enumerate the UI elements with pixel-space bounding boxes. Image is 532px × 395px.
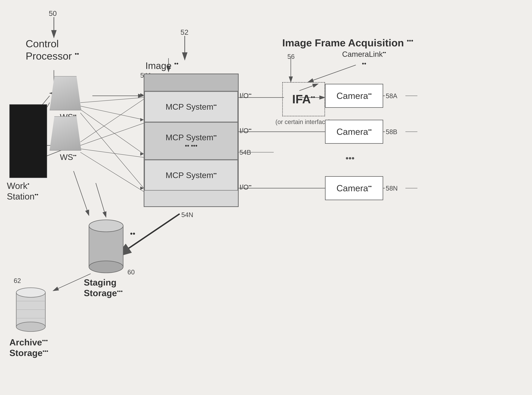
svg-line-14 [80,152,144,192]
diagram-container: 50 52 ControlProcessor •• Image Frame Ac… [0,0,532,395]
svg-marker-16 [140,118,144,121]
ws-lower-label: WS•• [60,152,77,162]
ref-60: 60 [127,269,135,276]
svg-point-47 [89,220,123,232]
camera-n-box: Camera•• [325,176,383,200]
camera-a-box: Camera•• [325,84,383,108]
svg-line-43 [96,183,106,217]
svg-marker-17 [140,152,144,156]
svg-line-9 [80,110,144,154]
staging-storage-cylinder [86,215,126,274]
ref-58a: 58A [386,92,397,100]
svg-line-41 [74,171,89,215]
svg-line-11 [80,99,144,142]
io-label-1: I/O•• [240,92,252,100]
ref-62: 62 [14,277,21,285]
dots-between-cameras: ••• [346,153,355,163]
ref-50: 50 [49,9,57,18]
svg-line-10 [80,113,144,188]
ifa-box: IFA•• [282,82,325,116]
ref-56: 56 [287,53,295,60]
io-label-2: I/O•• [240,126,252,135]
svg-line-12 [80,123,144,145]
or-certain-interface-label: (or certain interface)•• [275,118,333,126]
io-label-3: I/O•• [240,183,252,191]
camera-b-box: Camera•• [325,120,383,144]
control-processor-label: ControlProcessor •• [26,38,79,62]
ref-54n: 54N [181,211,193,219]
ref-58n: 58N [386,185,398,192]
archive-storage-cylinder [14,284,48,334]
svg-point-48 [89,261,123,273]
ws-lower-box [49,116,81,151]
svg-point-50 [16,288,45,297]
svg-line-13 [80,149,144,157]
ws-upper-box [49,76,81,110]
image-frame-acquisition-label: Image Frame Acquisition ••• [282,37,413,49]
mcp-row-2: MCP System•• •• ••• [144,122,238,160]
svg-line-8 [80,106,144,120]
mcp-row-3: MCP System•• [144,160,238,191]
svg-point-51 [16,322,45,332]
mcp-container: MCP System•• MCP System•• •• ••• MCP Sys… [144,74,239,207]
staging-dots: •• [130,229,135,238]
svg-line-7 [80,98,144,103]
cameralink-label: CameraLink•• •• [342,49,386,68]
workstation-box [9,104,47,178]
staging-storage-label: StagingStorage••• [84,277,123,298]
workstation-label: Work• Station•• [7,181,38,202]
ref-52: 52 [181,28,188,36]
svg-marker-18 [140,187,144,190]
ref-54b: 54B [240,149,251,156]
archive-storage-label: Archive••• Storage••• [9,337,48,358]
ref-58b: 58B [386,128,397,136]
svg-marker-15 [140,93,144,97]
arrows-svg [0,0,532,395]
mcp-row-1: MCP System•• [144,91,238,122]
